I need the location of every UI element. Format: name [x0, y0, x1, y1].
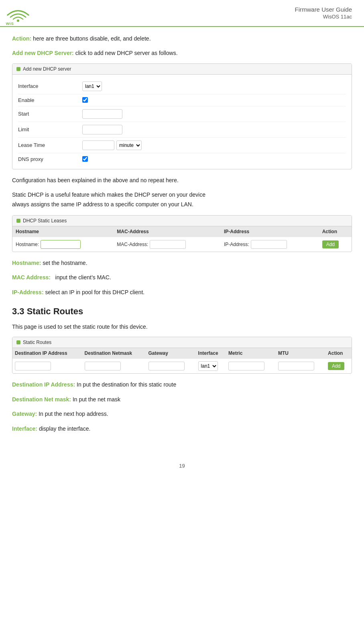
col-dest-ip: Destination IP Address [12, 348, 82, 359]
header-right: Firmware User Guide WisOS 11ac [295, 4, 352, 20]
col-metric: Metric [226, 348, 276, 359]
dest-ip-desc-para: Destination IP Address: In put the desti… [12, 380, 352, 389]
action-cell: Add [319, 237, 352, 252]
static-routes-table: Destination IP Address Destination Netma… [12, 348, 352, 373]
mac-input[interactable] [150, 240, 186, 249]
hostname-desc-para: Hostname: set the hostname. [12, 258, 352, 267]
form-row-dns: DNS proxy [18, 153, 346, 165]
form-row-limit: Limit [18, 122, 346, 138]
dns-proxy-label: DNS proxy [18, 156, 82, 162]
col-ip: IP-Address [221, 226, 319, 237]
col-dest-netmask: Destination Netmask [82, 348, 146, 359]
add-dhcp-panel-body: Interface lan1 Enable Start Limit [12, 75, 352, 169]
limit-input[interactable] [82, 125, 122, 134]
interface-select-cell: lan1 [196, 359, 226, 374]
static-routes-heading: 3.3 Static Routes [12, 306, 352, 317]
table-header-row: Hostname MAC-Address IP-Address Action [12, 226, 352, 237]
routes-input-row: lan1 Add [12, 359, 352, 374]
gateway-label: Gateway: [12, 411, 37, 417]
limit-label: Limit [18, 126, 82, 132]
svg-text:W: W [6, 21, 10, 26]
mac-desc: input the client’s MAC. [51, 274, 111, 281]
mac-label: MAC Address: [12, 274, 51, 281]
wis-logo: W i S NETWORKS [4, 4, 32, 26]
col-mtu: MTU [276, 348, 325, 359]
main-content: Action: here are three buttons disable, … [0, 27, 364, 451]
mac-cell: MAC-Address: [114, 237, 221, 252]
start-input[interactable] [82, 109, 122, 119]
panel-icon-3 [16, 340, 20, 344]
add-dhcp-text: click to add new DHCP server as follows. [74, 50, 178, 56]
interface-select[interactable]: lan1 [82, 81, 102, 91]
header-title: Firmware User Guide [295, 6, 352, 13]
gateway-desc-para: Gateway: In put the next hop address. [12, 409, 352, 418]
dest-netmask-input-cell [82, 359, 146, 374]
dest-netmask-desc: In put the net mask [71, 396, 120, 403]
dest-ip-desc: In put the destination for this static r… [75, 381, 176, 388]
ip-input-label: IP-Address: [224, 242, 249, 247]
col-gateway: Gateway [146, 348, 196, 359]
dest-ip-input[interactable] [15, 362, 51, 370]
dest-netmask-input[interactable] [85, 362, 121, 370]
svg-text:S: S [11, 21, 14, 26]
col-mac: MAC-Address [114, 226, 221, 237]
hostname-input[interactable] [41, 240, 81, 249]
col-interface: Interface [196, 348, 226, 359]
panel-icon-2 [16, 219, 20, 223]
add-dhcp-label: Add new DHCP Server: [12, 50, 74, 56]
start-label: Start [18, 111, 82, 117]
interface-desc-para: Interface: display the interface. [12, 424, 352, 433]
col-action: Action [325, 348, 352, 359]
action-text: here are three buttons disable, edit, an… [31, 35, 150, 42]
routes-add-button[interactable]: Add [328, 362, 344, 370]
ip-desc: select an IP in pool for this DHCP clien… [44, 289, 145, 295]
static-routes-intro: This page is used to set the static rout… [12, 322, 352, 331]
dest-netmask-desc-para: Destination Net mask: In put the net mas… [12, 395, 352, 404]
action-label: Action: [12, 35, 31, 42]
mtu-input[interactable] [278, 362, 314, 370]
lease-time-label: Lease Time [18, 142, 82, 148]
routes-header-row: Destination IP Address Destination Netma… [12, 348, 352, 359]
gateway-desc: In put the next hop address. [37, 411, 108, 417]
form-row-enable: Enable [18, 94, 346, 106]
col-action: Action [319, 226, 352, 237]
static-dhcp-desc: Static DHCP is a useful feature which ma… [12, 190, 352, 210]
interface-route-select[interactable]: lan1 [198, 361, 218, 371]
form-row-interface: Interface lan1 [18, 79, 346, 94]
svg-point-0 [17, 19, 19, 22]
dhcp-static-panel: DHCP Static Leases Hostname MAC-Address … [12, 215, 352, 252]
col-hostname: Hostname [12, 226, 114, 237]
hostname-input-label: Hostname: [16, 242, 39, 247]
hostname-cell: Hostname: [12, 237, 114, 252]
panel-icon [16, 67, 20, 71]
ip-input[interactable] [251, 240, 287, 249]
lease-time-unit-select[interactable]: minute [116, 140, 142, 150]
config-explanation: Configuration has been explained in the … [12, 176, 352, 185]
dhcp-add-button[interactable]: Add [322, 240, 339, 248]
metric-input-cell [226, 359, 276, 374]
page-number: 19 [0, 463, 364, 469]
page-header: W i S NETWORKS Firmware User Guide WisOS… [0, 0, 364, 27]
static-routes-panel-body: Destination IP Address Destination Netma… [12, 348, 352, 373]
dns-proxy-checkbox[interactable] [82, 156, 88, 162]
ip-label: IP-Address: [12, 289, 44, 295]
dhcp-static-table: Hostname MAC-Address IP-Address Action H… [12, 226, 352, 252]
ip-cell: IP-Address: [221, 237, 319, 252]
svg-text:i: i [10, 21, 11, 26]
mac-input-label: MAC-Address: [117, 242, 148, 247]
header-subtitle: WisOS 11ac [295, 14, 352, 20]
enable-label: Enable [18, 97, 82, 103]
mac-desc-para: MAC Address: input the client’s MAC. [12, 273, 352, 282]
enable-checkbox[interactable] [82, 97, 88, 103]
metric-input[interactable] [228, 362, 264, 370]
logo-area: W i S NETWORKS [4, 4, 32, 26]
gateway-input[interactable] [148, 362, 185, 370]
mtu-input-cell [276, 359, 325, 374]
action-paragraph: Action: here are three buttons disable, … [12, 34, 352, 43]
gateway-input-cell [146, 359, 196, 374]
lease-time-input[interactable] [82, 140, 114, 150]
add-dhcp-panel-title: Add new DHCP server [12, 64, 352, 75]
static-dhcp-text1: Static DHCP is a useful feature which ma… [12, 191, 205, 198]
interface-desc: display the interface. [37, 425, 90, 432]
dest-ip-input-cell [12, 359, 82, 374]
